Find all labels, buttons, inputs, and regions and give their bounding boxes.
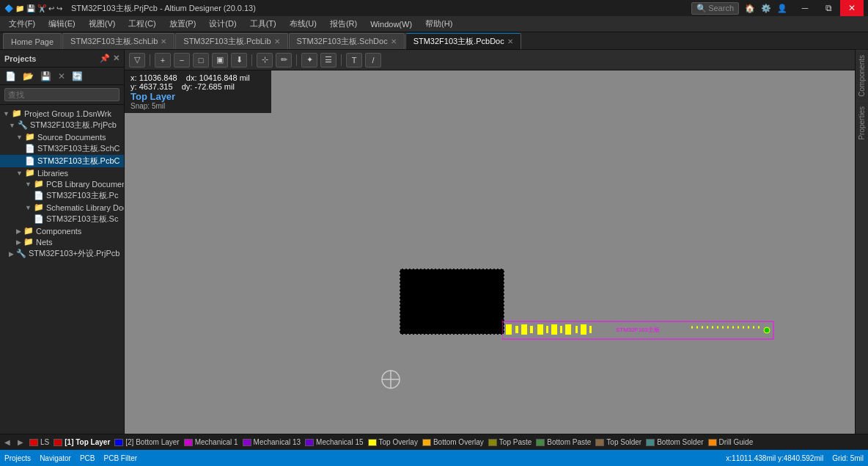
menu-window[interactable]: Window(W): [364, 18, 418, 30]
tree-arrow-prjpcb: ▼: [9, 122, 15, 129]
tree-pcb-file[interactable]: 📄 STM32F103主板.PcbC: [0, 155, 124, 167]
tree-nets[interactable]: ▶ 📁 Nets: [0, 236, 124, 247]
layer-top[interactable]: [1] Top Layer: [54, 438, 110, 446]
layer-botsold-color: [646, 439, 655, 446]
menu-project[interactable]: 工程(C): [122, 17, 161, 31]
layer-mech15-color: [305, 439, 314, 446]
select-btn[interactable]: ⊹: [257, 53, 273, 68]
settings-icon[interactable]: ⚙️: [761, 4, 771, 13]
tree-sch-file[interactable]: 📄 STM32F103主板.SchC: [0, 142, 124, 155]
tab-schlib[interactable]: STM32F103主板.SchLib ✕: [62, 33, 174, 49]
tab-pcblib[interactable]: STM32F103主板.PcbLib ✕: [175, 33, 287, 49]
coord-y-label: y:: [130, 82, 137, 91]
status-bar: Projects Navigator PCB PCB Filter x:1101…: [0, 450, 868, 466]
restore-button[interactable]: ⧉: [817, 0, 840, 16]
layer-mech1[interactable]: Mechanical 1: [184, 438, 238, 446]
tree-schlib-folder[interactable]: ▼ 📁 Schematic Library Doc: [0, 202, 124, 213]
sidebar-close-btn[interactable]: ✕: [56, 70, 67, 83]
box-btn[interactable]: □: [193, 53, 209, 68]
layer-mech13[interactable]: Mechanical 13: [243, 438, 301, 446]
home-icon[interactable]: 🏠: [745, 4, 755, 13]
menu-help[interactable]: 帮助(H): [419, 17, 458, 31]
layer-top-paste[interactable]: Top Paste: [488, 438, 532, 446]
minimize-button[interactable]: ─: [793, 0, 817, 16]
tab-home[interactable]: Home Page: [3, 33, 62, 49]
sidebar-refresh-btn[interactable]: 🔄: [70, 70, 85, 83]
tab-pcbdoc-close[interactable]: ✕: [507, 37, 513, 45]
right-tab-components[interactable]: Components: [856, 50, 867, 101]
canvas-area[interactable]: x: 11036.848 dx: 10416.848 mil y: 4637.3…: [125, 70, 855, 434]
add-btn[interactable]: +: [155, 53, 171, 68]
menu-place[interactable]: 放置(P): [163, 17, 202, 31]
tree-prjpcb[interactable]: ▼ 🔧 STM32F103主板.PrjPcb: [0, 119, 124, 131]
tab-schlib-close[interactable]: ✕: [161, 37, 166, 45]
layer-top-overlay[interactable]: Top Overlay: [368, 438, 418, 446]
menu-reports[interactable]: 报告(R): [324, 17, 363, 31]
pencil-btn[interactable]: ✏: [276, 53, 292, 68]
tree-label-sch: STM32F103主板.SchC: [37, 143, 119, 154]
tree-arrow-nets: ▶: [16, 239, 21, 246]
tree-schlib-file[interactable]: 📄 STM32F103主板.Sc: [0, 213, 124, 225]
filter-btn[interactable]: ▽: [129, 53, 145, 68]
sidebar-save-btn[interactable]: 💾: [38, 70, 54, 83]
status-projects[interactable]: Projects: [4, 454, 31, 462]
layer-drill-guide[interactable]: Drill Guide: [708, 438, 754, 446]
status-navigator[interactable]: Navigator: [40, 454, 71, 462]
search-label[interactable]: Search: [708, 4, 734, 12]
tree-source-docs[interactable]: ▼ 📁 Source Documents: [0, 131, 124, 142]
layer-mech13-label: Mechanical 13: [254, 438, 301, 446]
layer-bot-paste[interactable]: Bottom Paste: [536, 438, 591, 446]
layer-bot-overlay[interactable]: Bottom Overlay: [422, 438, 484, 446]
sidebar-pin-icon[interactable]: 📌: [100, 54, 110, 63]
sidebar-close-icon[interactable]: ✕: [113, 54, 119, 63]
sidebar-new-btn[interactable]: 📄: [3, 70, 18, 83]
tree-components[interactable]: ▶ 📁 Components: [0, 225, 124, 236]
right-tab-properties[interactable]: Properties: [856, 101, 867, 145]
tree-project-group[interactable]: ▼ 📁 Project Group 1.DsnWrk: [0, 108, 124, 119]
layer-bot-solder[interactable]: Bottom Solder: [646, 438, 703, 446]
tree-arrow-ext: ▶: [9, 250, 14, 258]
sidebar-search-input[interactable]: [4, 88, 119, 101]
tree-label-schlibf: Schematic Library Doc: [46, 203, 124, 212]
app-icons: 🔷 📁 💾 ✂️ ↩ ↪: [4, 4, 62, 12]
line-btn[interactable]: /: [365, 53, 381, 68]
status-pcbfilter[interactable]: PCB Filter: [104, 454, 138, 462]
menu-design[interactable]: 设计(D): [203, 17, 242, 31]
svg-rect-9: [560, 326, 562, 333]
tree-pcblib-file[interactable]: 📄 STM32F103主板.Pc: [0, 189, 124, 202]
layer-bottom[interactable]: [2] Bottom Layer: [114, 438, 179, 446]
text-btn[interactable]: T: [346, 53, 362, 68]
search-box[interactable]: 🔍 Search: [691, 2, 739, 15]
tab-schdoc[interactable]: STM32F103主板.SchDoc ✕: [289, 33, 405, 49]
menu-file[interactable]: 文件(F): [3, 17, 41, 31]
box2-btn[interactable]: ▣: [212, 53, 228, 68]
sym-btn[interactable]: ☰: [320, 53, 336, 68]
menu-tools[interactable]: 工具(T): [244, 17, 282, 31]
layer-ls[interactable]: LS: [29, 438, 49, 446]
tree-libraries[interactable]: ▼ 📁 Libraries: [0, 167, 124, 178]
close-button[interactable]: ✕: [840, 0, 864, 16]
layer-next-btn[interactable]: ▶: [16, 438, 25, 446]
status-pcb[interactable]: PCB: [80, 454, 95, 462]
sidebar-open-btn[interactable]: 📂: [21, 70, 36, 83]
layer-top-solder[interactable]: Top Solder: [595, 438, 641, 446]
menu-view[interactable]: 视图(V): [83, 17, 122, 31]
tree-pcblib-folder[interactable]: ▼ 📁 PCB Library Documen: [0, 178, 124, 189]
tab-schdoc-close[interactable]: ✕: [391, 37, 397, 45]
tree-ext-project[interactable]: ▶ 🔧 STM32F103+外设.PrjPcb: [0, 247, 124, 260]
layer-drill-label: Drill Guide: [719, 438, 754, 446]
layer-toppaste-label: Top Paste: [499, 438, 532, 446]
tab-pcblib-close[interactable]: ✕: [274, 37, 280, 45]
menu-route[interactable]: 布线(U): [284, 17, 323, 31]
app-icon-2: 📁: [15, 4, 24, 12]
wand-btn[interactable]: ✦: [301, 53, 317, 68]
app-icon-6: ↪: [56, 4, 62, 12]
dl-btn[interactable]: ⬇: [231, 53, 247, 68]
minus-btn[interactable]: −: [174, 53, 190, 68]
layer-toppaste-color: [488, 439, 497, 446]
user-icon[interactable]: 👤: [777, 4, 787, 13]
menu-edit[interactable]: 编辑(E): [43, 17, 81, 31]
layer-prev-btn[interactable]: ◀: [3, 438, 12, 446]
tab-pcbdoc[interactable]: STM32F103主板.PcbDoc ✕: [405, 33, 521, 49]
layer-mech15[interactable]: Mechanical 15: [305, 438, 363, 446]
